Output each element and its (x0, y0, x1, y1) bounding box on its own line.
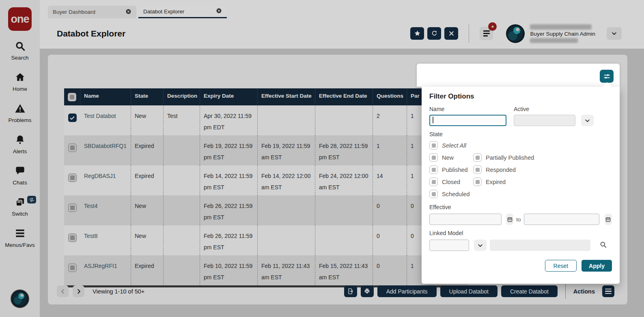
checkbox-label: Scheduled (442, 191, 470, 197)
state-options: Select AllNewPartially PublishedPublishe… (429, 141, 612, 198)
checkbox-label: New (442, 154, 454, 161)
chevron-down-icon (584, 118, 590, 124)
state-option-expired[interactable]: Expired (473, 178, 612, 186)
calendar-icon (507, 216, 513, 223)
effective-from-input[interactable] (429, 214, 502, 225)
filter-options-panel: Filter Options Name Active St (422, 87, 620, 284)
state-option-scheduled[interactable]: Scheduled (429, 190, 473, 198)
name-filter-input[interactable] (429, 115, 506, 126)
text-caret (433, 117, 433, 123)
checkbox-label: Select All (442, 142, 466, 149)
active-dropdown-button[interactable] (581, 115, 594, 126)
checkbox-label: Published (442, 167, 468, 173)
linked-model-value-input[interactable] (490, 240, 590, 251)
state-option-closed[interactable]: Closed (429, 178, 473, 186)
effective-label: Effective (429, 204, 612, 210)
calendar-icon (605, 216, 611, 223)
checkbox-label: Expired (486, 179, 506, 185)
checkbox[interactable] (473, 178, 482, 186)
checkbox[interactable] (473, 165, 482, 174)
checkbox[interactable] (473, 153, 482, 162)
filter-toolbar (417, 64, 620, 87)
state-option-published[interactable]: Published (429, 165, 473, 174)
state-option-new[interactable]: New (429, 153, 473, 162)
checkbox[interactable] (429, 141, 438, 150)
checkbox[interactable] (429, 153, 438, 162)
filter-title: Filter Options (429, 92, 612, 101)
to-label: to (516, 216, 521, 223)
linked-model-search-button[interactable] (599, 241, 607, 250)
checkbox-label: Partially Published (486, 154, 534, 161)
chevron-down-icon (477, 242, 483, 248)
apply-button[interactable]: Apply (582, 260, 612, 272)
state-option-partially-published[interactable]: Partially Published (473, 153, 612, 162)
name-label: Name (429, 106, 506, 112)
linked-model-input[interactable] (429, 240, 469, 251)
checkbox-label: Closed (442, 179, 460, 185)
checkbox[interactable] (429, 165, 438, 174)
active-filter-input[interactable] (514, 115, 575, 126)
state-label: State (429, 131, 612, 137)
effective-to-calendar-button[interactable] (605, 214, 612, 225)
filter-toggle-button[interactable] (600, 70, 614, 83)
effective-from-calendar-button[interactable] (506, 214, 513, 225)
app-window: one SearchHomeProblemsAlertsChatsSwitchM… (0, 0, 644, 317)
effective-to-input[interactable] (524, 214, 599, 225)
checkbox-label: Responded (486, 167, 516, 173)
active-label: Active (514, 106, 594, 112)
linked-model-dropdown-button[interactable] (474, 240, 487, 251)
checkbox[interactable] (429, 190, 438, 198)
state-option-select-all[interactable]: Select All (429, 141, 612, 150)
checkbox[interactable] (429, 178, 438, 186)
sliders-icon (603, 73, 611, 80)
search-icon (599, 241, 607, 248)
linked-model-label: Linked Model (429, 230, 612, 236)
state-option-responded[interactable]: Responded (473, 165, 612, 174)
reset-button[interactable]: Reset (545, 260, 577, 272)
